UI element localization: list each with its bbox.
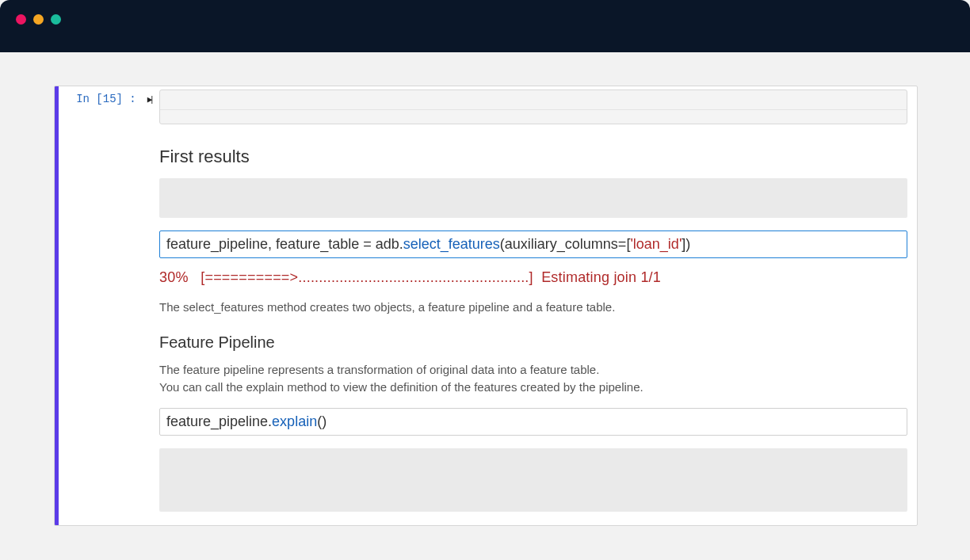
code-token-func: explain <box>272 413 317 429</box>
cell-content: First results feature_pipeline, feature_… <box>159 86 917 512</box>
progress-bar-ascii: [==========>............................… <box>200 269 533 285</box>
heading-feature-pipeline: Feature Pipeline <box>159 333 907 352</box>
output-placeholder-block-large <box>159 448 907 512</box>
code-token-func: select_features <box>403 236 500 252</box>
run-cell-icon[interactable]: ▶| <box>147 94 151 105</box>
window-close-button[interactable] <box>16 14 26 25</box>
code-token-plain: feature_pipeline. <box>166 413 272 429</box>
progress-output: 30% [==========>........................… <box>159 269 907 286</box>
description-feature-pipeline: The feature pipeline represents a transf… <box>159 361 907 396</box>
code-token-plain: () <box>317 413 327 429</box>
code-line-select-features[interactable]: feature_pipeline, feature_table = adb.se… <box>159 230 907 258</box>
window-controls <box>16 14 61 25</box>
code-token-plain: (auxiliary_columns=[ <box>500 236 631 252</box>
code-cell: In [15] : ▶| First results feature_pipel… <box>59 86 917 512</box>
progress-percent: 30% <box>159 269 189 285</box>
code-token-plain: feature_pipeline, feature_table = adb. <box>166 236 403 252</box>
code-token-string: 'loan_id' <box>630 236 682 252</box>
notebook-viewport: In [15] : ▶| First results feature_pipel… <box>54 86 918 526</box>
prose-line: The feature pipeline represents a transf… <box>159 363 599 376</box>
window-minimize-button[interactable] <box>33 14 44 25</box>
prose-line: You can call the explain method to view … <box>159 380 643 394</box>
code-line-explain[interactable]: feature_pipeline.explain() <box>159 408 907 436</box>
progress-label: Estimating join 1/1 <box>541 269 661 285</box>
titlebar <box>0 0 970 52</box>
window-maximize-button[interactable] <box>51 14 61 25</box>
output-placeholder-block <box>159 178 907 218</box>
heading-first-results: First results <box>159 147 907 167</box>
cell-gutter: In [15] : ▶| <box>59 86 159 512</box>
app-window: In [15] : ▶| First results feature_pipel… <box>0 0 970 560</box>
notebook-cell-selected: In [15] : ▶| First results feature_pipel… <box>55 86 917 525</box>
code-token-plain: ]) <box>682 236 690 252</box>
cell-prompt: In [15] : <box>76 93 136 105</box>
code-input-area[interactable] <box>159 90 907 124</box>
description-select-features: The select_features method creates two o… <box>159 299 907 316</box>
